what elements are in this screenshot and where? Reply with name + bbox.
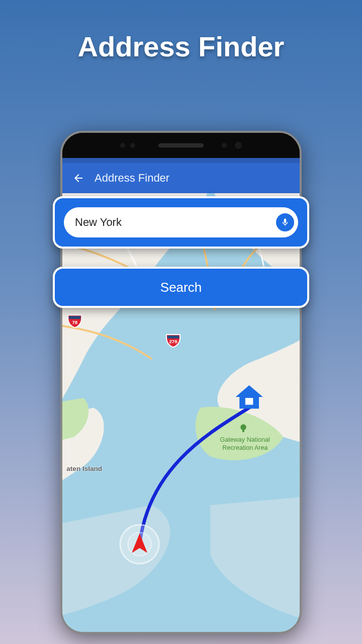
map-park-label-2: Recreation Area xyxy=(222,444,267,451)
svg-rect-10 xyxy=(245,398,253,405)
search-button-label: Search xyxy=(160,280,202,295)
appbar-title: Address Finder xyxy=(95,172,169,185)
app-bar: Address Finder xyxy=(62,158,300,193)
phone-notch xyxy=(62,133,300,158)
search-button[interactable]: Search xyxy=(53,267,309,308)
page-title: Address Finder xyxy=(0,30,362,63)
svg-text:78: 78 xyxy=(72,319,77,325)
microphone-icon xyxy=(281,218,290,227)
map-island-label: aten Island xyxy=(66,465,102,472)
svg-text:278: 278 xyxy=(169,339,177,344)
search-input-wrapper xyxy=(64,207,298,237)
svg-rect-4 xyxy=(69,316,80,319)
search-input[interactable] xyxy=(75,216,276,229)
voice-search-button[interactable] xyxy=(276,213,294,231)
map-park-label-1: Gateway National xyxy=(220,436,270,443)
map-view[interactable]: 280 495 78 278 New York xyxy=(62,193,300,632)
search-input-card xyxy=(53,196,309,249)
svg-rect-9 xyxy=(242,429,244,432)
back-arrow-icon[interactable] xyxy=(72,172,84,184)
current-location-marker xyxy=(120,525,159,564)
svg-rect-6 xyxy=(167,336,179,339)
